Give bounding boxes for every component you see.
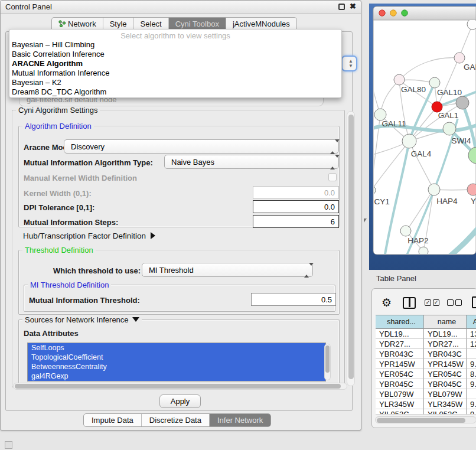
cell[interactable]: YLR345W: [424, 399, 467, 409]
cell[interactable]: YDR27...: [376, 339, 424, 349]
cell[interactable]: [467, 389, 476, 399]
tab-impute-data[interactable]: Impute Data: [84, 414, 142, 426]
mi-steps-field[interactable]: 6: [253, 215, 339, 228]
dpi-tolerance-field[interactable]: 0.0: [253, 200, 339, 213]
settings-horizontal-scrollbar[interactable]: [13, 383, 347, 390]
node-swi4[interactable]: [443, 122, 456, 135]
cell[interactable]: YIL052C: [424, 409, 467, 415]
node-gal11[interactable]: [374, 109, 386, 120]
control-panel-titlebar[interactable]: Control Panel ✖: [1, 1, 361, 14]
zoom-traffic-light[interactable]: [402, 10, 407, 16]
which-threshold-select[interactable]: MI Threshold: [142, 263, 313, 277]
mi-algorithm-type-select[interactable]: Naive Bayes: [164, 155, 339, 169]
settings-vertical-scrollbar[interactable]: [347, 111, 355, 386]
dropdown-item[interactable]: Dream8 DC_TDC Algorithm: [9, 87, 341, 97]
network-view[interactable]: GAL GAL80 GAL10 GAL1 GAL11 SWI4 GAL4 GCY…: [369, 4, 476, 270]
data-attributes-list[interactable]: SelfLoops TopologicalCoefficient Between…: [27, 343, 326, 381]
cell[interactable]: YBR045C: [376, 379, 424, 389]
gear-icon[interactable]: ⚙: [382, 297, 392, 308]
mi-threshold-field[interactable]: 0.5: [251, 293, 336, 306]
cell[interactable]: 9.: [467, 399, 476, 409]
hub-tf-definition-toggle[interactable]: Hub/Transcription Factor Definition: [23, 231, 155, 240]
node-hap2[interactable]: [400, 226, 411, 236]
cell[interactable]: YBL079W: [424, 389, 467, 399]
table-row[interactable]: YPR145WYPR145W9.: [376, 359, 476, 369]
node-gal4[interactable]: [402, 134, 416, 148]
column-header-name[interactable]: name: [424, 315, 467, 329]
document-icon[interactable]: [472, 296, 476, 308]
algorithm-combobox-fragment[interactable]: ▲▼: [341, 56, 357, 71]
table-horizontal-scrollbar[interactable]: [375, 416, 476, 423]
node-label: GAL80: [401, 85, 426, 94]
cell[interactable]: [467, 349, 476, 359]
column-header-shared-name[interactable]: shared...: [376, 315, 424, 329]
scrollbar-thumb[interactable]: [348, 115, 354, 379]
node-hap4[interactable]: [428, 184, 440, 195]
stepper-icon: [304, 266, 308, 275]
node-gal80[interactable]: [394, 74, 405, 85]
kernel-width-field[interactable]: 0.0: [253, 186, 339, 199]
close-icon[interactable]: ✖: [350, 2, 356, 11]
cell[interactable]: YPR145W: [424, 359, 467, 369]
table-row-partial[interactable]: YIL052CYIL052C9: [376, 409, 476, 415]
cell[interactable]: 9: [467, 409, 476, 415]
aracne-mode-select[interactable]: Discovery: [64, 139, 339, 154]
minimize-traffic-light[interactable]: [390, 10, 396, 16]
cell[interactable]: 8.: [467, 369, 476, 379]
cell[interactable]: YDL19...: [376, 329, 424, 339]
list-item[interactable]: SelfLoops: [28, 343, 325, 353]
cell[interactable]: YDR27...: [424, 339, 467, 349]
scrollbar-thumb[interactable]: [377, 418, 465, 423]
dropdown-item[interactable]: Bayesian – K2: [9, 78, 341, 87]
tab-discretize-data[interactable]: Discretize Data: [142, 414, 210, 426]
cell[interactable]: YER054C: [424, 369, 467, 379]
table-row[interactable]: YLR345WYLR345W9.: [376, 399, 476, 409]
cell[interactable]: 9.: [467, 379, 476, 389]
attributes-list-scrollbar[interactable]: [324, 344, 331, 380]
network-window-titlebar[interactable]: [373, 6, 476, 20]
dropdown-item[interactable]: Mutual Information Inference: [9, 69, 341, 78]
resize-grip[interactable]: [5, 441, 12, 449]
node-gal-partial[interactable]: [454, 53, 465, 63]
sources-group-title[interactable]: Sources for Network Inference: [22, 315, 142, 324]
apply-button[interactable]: Apply: [159, 394, 201, 408]
node-gal10[interactable]: [429, 77, 440, 88]
cell[interactable]: YDL19...: [424, 329, 467, 339]
dropdown-item-selected[interactable]: ARACNE Algorithm: [9, 59, 341, 69]
cell[interactable]: YBL079W: [376, 389, 424, 399]
cell[interactable]: YBR043C: [424, 349, 467, 359]
cell[interactable]: 12: [467, 339, 476, 349]
deselect-all-columns-icon[interactable]: [447, 299, 462, 306]
list-item[interactable]: TopologicalCoefficient: [28, 353, 325, 362]
split-columns-icon[interactable]: [403, 297, 416, 309]
dropdown-item[interactable]: Bayesian – Hill Climbing: [9, 40, 341, 50]
table-row[interactable]: YDL19...YDL19...13: [376, 329, 476, 339]
table-row[interactable]: YDR27...YDR27...12: [376, 339, 476, 349]
cell[interactable]: 13: [467, 329, 476, 339]
close-traffic-light[interactable]: [379, 10, 385, 16]
node-salmon[interactable]: [467, 184, 476, 195]
list-item[interactable]: BetweennessCentrality: [28, 362, 325, 371]
cell[interactable]: YBR045C: [424, 379, 467, 389]
node-partial-top[interactable]: [467, 19, 476, 30]
float-window-icon[interactable]: [338, 4, 345, 10]
cell[interactable]: YPR145W: [376, 359, 424, 369]
dropdown-item[interactable]: Basic Correlation Inference: [9, 50, 341, 59]
table-row[interactable]: YBR043CYBR043C: [376, 349, 476, 359]
cell[interactable]: YER054C: [376, 369, 424, 379]
scrollbar-thumb[interactable]: [15, 384, 341, 389]
table-row[interactable]: YBR045CYBR045C9.: [376, 379, 476, 389]
table-row[interactable]: YER054CYER054C8.: [376, 369, 476, 379]
list-item[interactable]: gal4RGexp: [28, 371, 325, 381]
cell[interactable]: YLR345W: [376, 399, 424, 409]
node-gray[interactable]: [456, 96, 469, 109]
select-all-columns-icon[interactable]: ✓ ✓: [425, 299, 439, 306]
tab-infer-network[interactable]: Infer Network: [210, 414, 270, 426]
cell[interactable]: 9.: [467, 359, 476, 369]
manual-kernel-checkbox[interactable]: [328, 173, 337, 181]
table-row[interactable]: YBL079WYBL079W: [376, 389, 476, 399]
scrollbar-thumb[interactable]: [325, 345, 330, 373]
cell[interactable]: YIL052C: [376, 409, 424, 415]
cell[interactable]: YBR043C: [376, 349, 424, 359]
column-header-partial[interactable]: A: [467, 315, 476, 329]
